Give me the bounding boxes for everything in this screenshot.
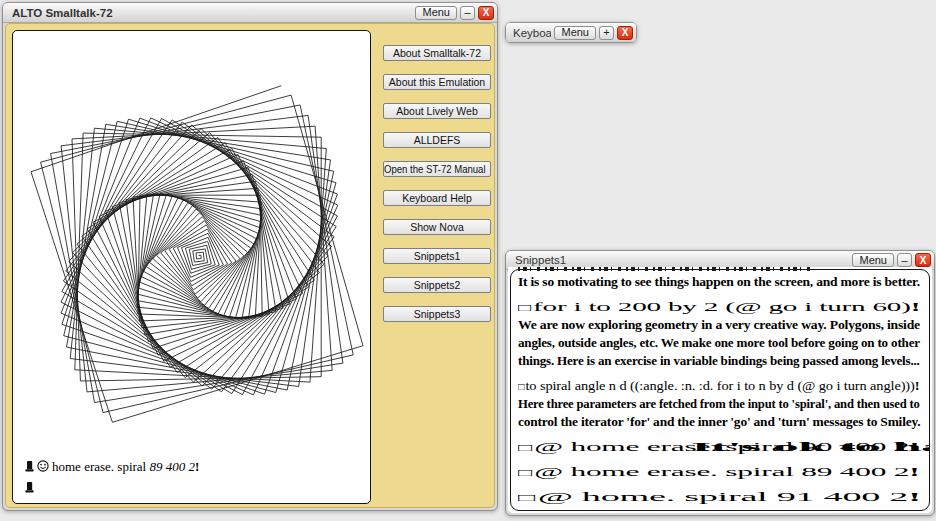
snippets1-close-button[interactable]: X [915, 253, 931, 267]
keyboard-help-menu-button[interactable]: Menu [554, 26, 596, 40]
spiral-drawing [13, 31, 370, 503]
do-box-glyph: □ [518, 381, 524, 392]
snippets2-button[interactable]: Snippets2 [383, 277, 491, 293]
prompt-hat-icon [25, 461, 34, 472]
bang-glyph: ! [909, 464, 919, 479]
comment-line: angles, outside angles, etc. We make one… [518, 334, 920, 351]
bang-glyph: ! [911, 299, 921, 314]
keyboard-help-titlebar[interactable]: KeyboardHelp Menu + X [506, 23, 636, 42]
snippets1-menu-button[interactable]: Menu [852, 253, 894, 267]
snippets1-body: It is so motivating to see things happen… [508, 267, 932, 513]
comment-line: It is so motivating to see things happen… [518, 273, 920, 290]
snippets1-minimize-button[interactable]: – [897, 253, 912, 267]
do-box-glyph: □ [518, 467, 532, 478]
snippets1-text-area[interactable]: It is so motivating to see things happen… [510, 269, 930, 511]
alto-menu-button[interactable]: Menu [415, 6, 457, 20]
code-line: □for i to 200 by 2 (@ go i turn 60)! [518, 298, 920, 315]
comment-line: control the iterator 'for' and the inner… [518, 413, 920, 430]
bang-glyph: ! [915, 378, 920, 393]
clipped-text-line [518, 267, 814, 271]
comment-line: It's ok to have fun. [691, 438, 930, 455]
do-box-glyph: □ [518, 302, 531, 313]
prompt-hat-icon [25, 482, 34, 493]
do-box-glyph: □ [518, 442, 532, 453]
comment-line: Here three parameters are fetched from t… [518, 395, 920, 412]
blank-line [518, 480, 922, 487]
snippets3-button[interactable]: Snippets3 [383, 306, 491, 322]
about-lively-web-button[interactable]: About Lively Web [383, 103, 491, 119]
snippets1-window: Snippets1 Menu – X It is so motivating t… [505, 250, 935, 516]
keyboard-help-close-button[interactable]: X [617, 26, 633, 40]
log-command-line: home erase. spiral 89 400 2! [25, 456, 365, 477]
log-command-args: 89 400 2 [149, 459, 195, 474]
keyboard-help-title: KeyboardHelp [513, 27, 551, 39]
snippets1-button[interactable]: Snippets1 [383, 248, 491, 264]
smalltalk-screen-canvas[interactable]: home erase. spiral 89 400 2! [12, 30, 371, 504]
open-manual-button[interactable]: Open the ST-72 Manual [383, 161, 491, 177]
bang-glyph: ! [908, 489, 920, 504]
log-command-text: home erase. spiral 89 400 2! [52, 459, 199, 474]
alto-window-titlebar[interactable]: ALTO Smalltalk-72 Menu – X [3, 3, 497, 23]
code-line: □to spiral angle n d ((:angle. :n. :d. f… [518, 377, 919, 394]
transcript-log: home erase. spiral 89 400 2! [25, 456, 365, 498]
comment-line: We are now exploring geometry in a very … [518, 316, 920, 333]
about-emulation-button[interactable]: About this Emulation [383, 74, 491, 90]
alto-window-body: home erase. spiral 89 400 2! About Small… [5, 23, 495, 508]
keyboard-help-window: KeyboardHelp Menu + X [505, 22, 637, 43]
alldefs-button[interactable]: ALLDEFS [383, 132, 491, 148]
alto-close-button[interactable]: X [478, 6, 494, 20]
blank-line [518, 455, 922, 462]
sidebar-button-column: About Smalltalk-72 About this Emulation … [383, 45, 491, 335]
blank-line [518, 290, 922, 297]
code-line: □@ home. spiral 91 400 2! [518, 488, 921, 505]
desktop: { "page": { "background": "#eaeaea", "ac… [0, 0, 936, 521]
log-prompt-line [25, 477, 365, 498]
keyboard-help-expand-button[interactable]: + [599, 26, 614, 40]
bang-glyph: ! [195, 459, 199, 474]
snippets1-title: Snippets1 [515, 254, 849, 266]
show-nova-button[interactable]: Show Nova [383, 219, 491, 235]
alto-window-title: ALTO Smalltalk-72 [12, 7, 412, 19]
alto-minimize-button[interactable]: – [460, 6, 475, 20]
keyboard-help-button[interactable]: Keyboard Help [383, 190, 491, 206]
blank-line [518, 369, 922, 376]
blank-line [518, 430, 922, 437]
alto-smalltalk-window: ALTO Smalltalk-72 Menu – X [2, 2, 498, 511]
smiley-turtle-icon [37, 460, 49, 472]
about-smalltalk-button[interactable]: About Smalltalk-72 [383, 45, 491, 61]
do-box-glyph: □ [518, 492, 535, 503]
code-line: □@ home erase. spiral 89 400 2! [518, 463, 919, 480]
comment-line: things. Here is an exercise in variable … [518, 352, 920, 369]
